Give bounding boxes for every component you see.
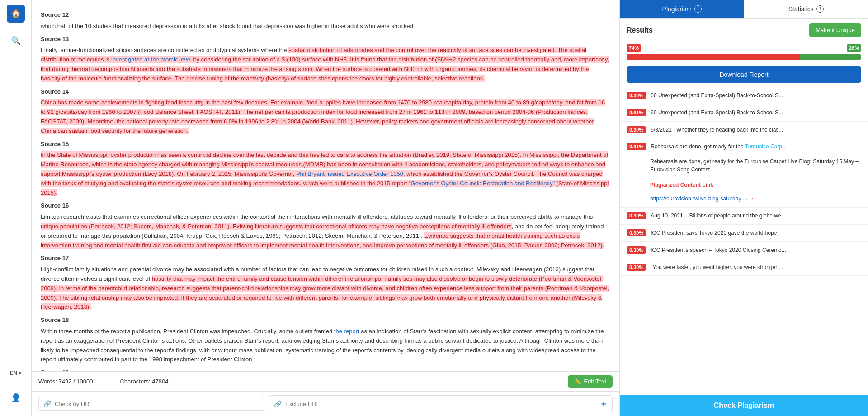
list-item[interactable]: 0.30% 60 Unexpected (and Extra-Special) … <box>620 87 868 104</box>
list-item[interactable]: 0.30% 6/8/2021 · Whether they're heading… <box>620 122 868 139</box>
sidebar: 🏠 🔍 EN ▾ 👤 <box>0 0 32 416</box>
source-text: 6/8/2021 · Whether they're heading back … <box>651 126 861 134</box>
source-label-17: Source 17 <box>41 254 610 263</box>
source-label-19: Source 19 <box>41 368 610 371</box>
source-text-13: Finally, amine-functionalized silicon su… <box>41 46 610 83</box>
link-icon-exclude: 🔗 <box>274 400 282 407</box>
add-url-button[interactable]: ＋ <box>599 398 608 409</box>
source-text: Rehearsals are done, get ready for the T… <box>651 143 861 151</box>
pct-badge: 0.91% <box>627 143 646 150</box>
list-item[interactable]: 0.30% IOC President says Tokyo 2020 gave… <box>620 225 868 242</box>
exclude-url-input[interactable] <box>285 401 596 407</box>
source-text: "You were faster, you went higher, you w… <box>651 264 861 271</box>
edit-text-button[interactable]: ✏️ Edit Text <box>568 375 613 388</box>
progress-bar: 74% 26% <box>627 54 861 60</box>
source-text: Aug 10, 2021 · "Billions of people aroun… <box>651 212 861 220</box>
source-list: 0.30% 60 Unexpected (and Extra-Special) … <box>620 87 868 395</box>
check-by-url-input[interactable] <box>55 401 259 407</box>
url-bar: 🔗 🔗 ＋ <box>32 391 619 416</box>
editor-container[interactable]: Source 12 which half of the 10 studies t… <box>32 0 619 371</box>
tab-plagiarism[interactable]: Plagiarism i <box>620 0 744 18</box>
statistics-info-icon[interactable]: i <box>816 5 824 13</box>
plagiarized-link-label: Plagiarized Content Link <box>627 178 713 190</box>
plagiarism-bar: 74% <box>627 54 800 60</box>
link-icon-check: 🔗 <box>43 400 51 407</box>
right-panel: Plagiarism i Statistics i Results Make i… <box>619 0 868 416</box>
list-item[interactable]: 0.30% Aug 10, 2021 · "Billions of people… <box>620 208 868 225</box>
source-detail: Rehearsals are done, get ready for the T… <box>627 155 861 174</box>
list-item-expanded[interactable]: 0.91% Rehearsals are done, get ready for… <box>620 138 868 208</box>
plagiarism-info-icon[interactable]: i <box>694 5 702 13</box>
pct-badge: 0.30% <box>627 92 646 99</box>
plagiarism-pct-label: 74% <box>627 44 641 52</box>
sidebar-lang-selector[interactable]: EN ▾ <box>7 364 25 382</box>
pct-badge: 0.61% <box>627 109 646 116</box>
progress-container: 74% 26% <box>620 42 868 64</box>
plagiarized-link-url[interactable]: https://eurovision.tv/live-blog-saturday… <box>627 194 755 203</box>
pct-badge: 0.30% <box>627 126 646 133</box>
list-item[interactable]: 0.30% "You were faster, you went higher,… <box>620 259 868 276</box>
editor-content: Source 12 which half of the 10 studies t… <box>41 10 610 371</box>
source-label-14: Source 14 <box>41 87 610 97</box>
unique-bar: 26% <box>800 54 861 60</box>
source-text-17: High-conflict family situations and pare… <box>41 265 610 312</box>
source-text: IOC President says Tokyo 2020 gave the w… <box>651 229 861 237</box>
arrow-icon: → <box>747 194 755 203</box>
results-header: Results Make it Unique <box>620 19 868 42</box>
tab-header: Plagiarism i Statistics i <box>620 0 868 19</box>
source-text-16: Limited research exists that examines co… <box>41 213 610 250</box>
make-unique-button[interactable]: Make it Unique <box>809 23 861 37</box>
download-report-button[interactable]: Download Report <box>627 66 861 83</box>
tab-statistics[interactable]: Statistics i <box>744 0 868 18</box>
list-item[interactable]: 0.61% 60 Unexpected (and Extra-Special) … <box>620 104 868 122</box>
exclude-url-group[interactable]: 🔗 ＋ <box>269 395 613 412</box>
sidebar-home-icon[interactable]: 🏠 <box>7 5 25 23</box>
source-text: IOC President's speech – Tokyo 2020 Clos… <box>651 246 861 254</box>
source-label-13: Source 13 <box>41 35 610 44</box>
source-label-18: Source 18 <box>41 316 610 325</box>
source-text-18: Within three months of the report's publ… <box>41 327 610 364</box>
plagiarized-url[interactable]: https://eurovision.tv/live-blog-saturday… <box>650 195 747 202</box>
sidebar-search-icon[interactable]: 🔍 <box>7 32 25 50</box>
source-text-14: China has made some achievements in figh… <box>41 98 610 136</box>
source-text: 60 Unexpected (and Extra-Special) Back-t… <box>651 92 861 99</box>
source-label-16: Source 16 <box>41 201 610 211</box>
source-text-15: In the State of Mississippi, oyster prod… <box>41 151 610 198</box>
pct-badge: 0.30% <box>627 212 646 219</box>
unique-pct-label: 26% <box>847 44 861 52</box>
check-plagiarism-button[interactable]: Check Plagiarism <box>620 395 868 416</box>
main-area: Source 12 which half of the 10 studies t… <box>32 0 619 416</box>
pct-badge: 0.30% <box>627 229 646 236</box>
pct-badge: 0.30% <box>627 264 646 271</box>
word-count: Words: 7492 / 10000 <box>38 378 93 385</box>
results-title: Results <box>627 26 653 34</box>
source-text-12: which half of the 10 studies that measur… <box>41 22 610 31</box>
source-label-15: Source 15 <box>41 140 610 149</box>
edit-icon: ✏️ <box>574 378 581 385</box>
source-label-12: Source 12 <box>41 10 610 20</box>
list-item[interactable]: 0.30% IOC President's speech – Tokyo 202… <box>620 242 868 259</box>
char-count: Characters: 47804 <box>120 378 168 385</box>
source-item-header: 0.91% Rehearsals are done, get ready for… <box>627 143 861 151</box>
source-text: 60 Unexpected (and Extra-Special) Back-t… <box>651 109 861 117</box>
sidebar-user-icon[interactable]: 👤 <box>7 389 25 407</box>
pct-badge: 0.30% <box>627 246 646 254</box>
bottom-bar: Words: 7492 / 10000 Characters: 47804 ✏️… <box>32 371 619 391</box>
check-by-url-group[interactable]: 🔗 <box>38 397 264 411</box>
